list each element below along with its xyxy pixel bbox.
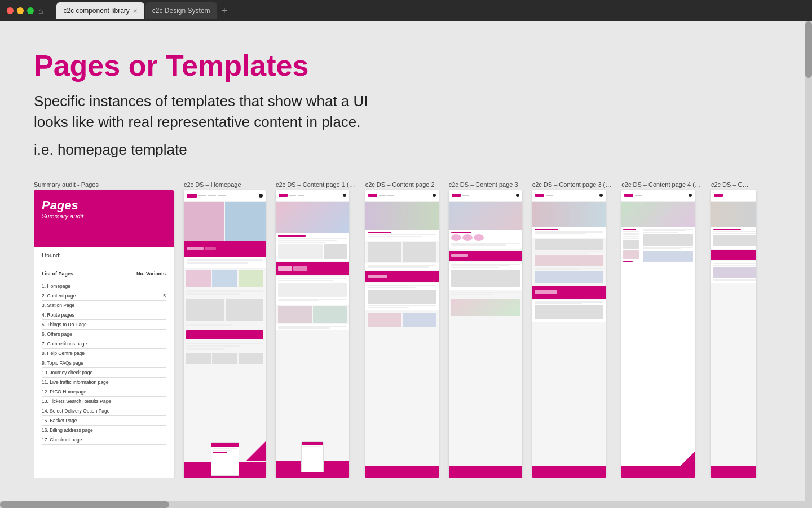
frame-summary-audit[interactable]: Summary audit - Pages Pages Summary audi… — [34, 181, 174, 478]
frame-content-3[interactable]: c2c DS – Content page 3 — [449, 181, 522, 478]
frames-row: Summary audit - Pages Pages Summary audi… — [34, 181, 778, 478]
browser-tabs: c2c component library ✕ c2c Design Syste… — [56, 2, 231, 19]
frame-card-3[interactable] — [365, 190, 439, 478]
summary-row-12: 13. Tickets Search Results Page — [42, 397, 166, 406]
new-tab-button[interactable]: + — [218, 5, 231, 17]
page-scrollbar[interactable] — [805, 21, 812, 508]
summary-row-5: 6. Offers page — [42, 330, 166, 339]
frame-label-6: c2c DS – Content page 4 (… — [621, 181, 701, 188]
tab-label: c2c component library — [63, 7, 129, 15]
frame-card-7[interactable] — [711, 190, 756, 478]
summary-row-7: 8. Help Centre page — [42, 349, 166, 358]
frame-label-5: c2c DS – Content page 3 (… — [532, 181, 612, 188]
traffic-lights — [7, 7, 34, 14]
frame-content-3b[interactable]: c2c DS – Content page 3 (… — [532, 181, 612, 478]
frame-label-7: c2c DS – C… — [711, 181, 756, 188]
frame-homepage[interactable]: c2c DS – Homepage — [184, 181, 266, 478]
summary-row-2: 3. Station Page — [42, 301, 166, 310]
tab-close-icon[interactable]: ✕ — [133, 8, 138, 14]
frame-card-2[interactable] — [276, 190, 349, 478]
summary-row-16: 17. Checkout page — [42, 435, 166, 445]
summary-row-10: 11. Live traffic information page — [42, 378, 166, 387]
summary-row-1: 2. Content page 5 — [42, 291, 166, 301]
summary-title: Pages — [42, 198, 166, 213]
summary-row-13: 14. Select Delivery Option Page — [42, 406, 166, 416]
frame-label-0: Summary audit - Pages — [34, 181, 174, 188]
summary-row-0: 1. Homepage — [42, 282, 166, 291]
summary-found: I found: — [42, 252, 166, 259]
scrollbar-thumb[interactable] — [805, 21, 812, 78]
frame-card-0[interactable]: Pages Summary audit I found: List of Pag… — [34, 190, 174, 478]
frame-label-2: c2c DS – Content page 1 (… — [276, 181, 355, 188]
minimize-button[interactable] — [17, 7, 24, 14]
maximize-button[interactable] — [27, 7, 34, 14]
tab-c2c-component-library[interactable]: c2c component library ✕ — [56, 2, 144, 19]
frame-card-6[interactable] — [621, 190, 695, 478]
page-title: Pages or Templates — [34, 50, 778, 82]
summary-row-9: 10. Journey check page — [42, 368, 166, 378]
content-area: Pages or Templates Specific instances of… — [0, 21, 812, 508]
summary-col-num-header: No. Variants — [126, 271, 166, 277]
frame-label-4: c2c DS – Content page 3 — [449, 181, 522, 188]
summary-subtitle: Summary audit — [42, 213, 166, 220]
summary-row-6: 7. Competitions page — [42, 339, 166, 349]
summary-row-3: 4. Route pages — [42, 310, 166, 320]
close-button[interactable] — [7, 7, 14, 14]
horizontal-scrollbar-thumb[interactable] — [0, 501, 169, 508]
page-subtitle: Specific instances of templates that sho… — [34, 91, 372, 132]
frame-content-5[interactable]: c2c DS – C… — [711, 181, 756, 478]
summary-row-15: 16. Billing address page — [42, 426, 166, 435]
page-example: i.e. homepage template — [34, 141, 778, 159]
summary-row-14: 15. Basket Page — [42, 416, 166, 426]
tab-label: c2c Design System — [152, 7, 210, 15]
summary-row-11: 12. PICO Homepage — [42, 387, 166, 397]
frame-card-4[interactable] — [449, 190, 522, 478]
summary-row-4: 5. Things to Do Page — [42, 320, 166, 330]
frame-label-3: c2c DS – Content page 2 — [365, 181, 439, 188]
frame-content-1[interactable]: c2c DS – Content page 1 (… — [276, 181, 355, 478]
tab-c2c-design-system[interactable]: c2c Design System — [145, 2, 217, 19]
frame-card-5[interactable] — [532, 190, 606, 478]
frame-content-4[interactable]: c2c DS – Content page 4 (… — [621, 181, 701, 478]
frame-content-2[interactable]: c2c DS – Content page 2 — [365, 181, 439, 478]
browser-chrome: ⌂ c2c component library ✕ c2c Design Sys… — [0, 0, 812, 21]
frame-card-1[interactable] — [184, 190, 266, 478]
horizontal-scrollbar[interactable] — [0, 501, 805, 508]
home-icon[interactable]: ⌂ — [38, 6, 43, 15]
summary-col-list-header: List of Pages — [42, 271, 126, 277]
summary-row-8: 9. Topic FAQs page — [42, 358, 166, 368]
frame-label-1: c2c DS – Homepage — [184, 181, 266, 188]
